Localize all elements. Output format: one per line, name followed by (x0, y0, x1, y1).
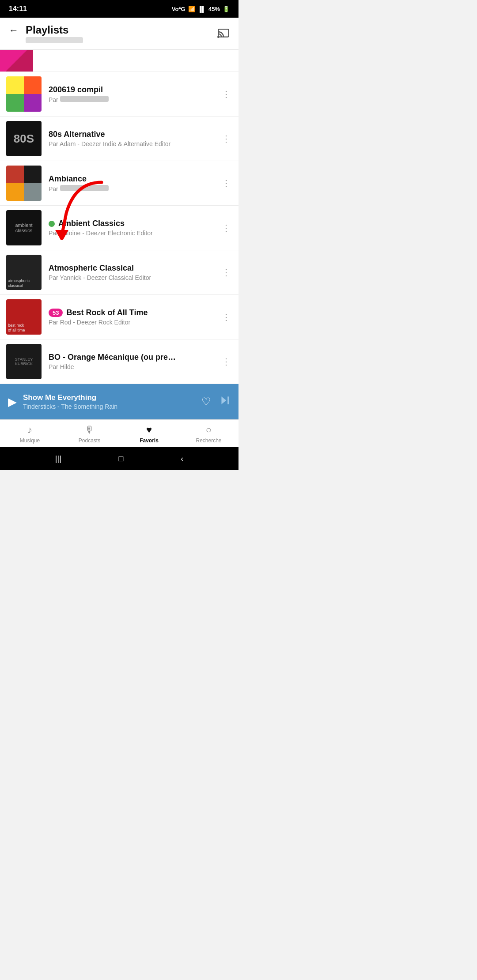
more-options-button[interactable]: ⋮ (220, 85, 232, 103)
app-bar: ← Playlists (0, 18, 238, 50)
back-nav-button[interactable]: ‹ (181, 454, 183, 464)
author-blurred (60, 96, 109, 102)
svg-point-1 (218, 37, 219, 38)
notification-badge: 53 (49, 309, 63, 317)
playlist-info: Atmospheric Classical Par Yannick - Deez… (49, 264, 220, 281)
status-bar: 14:11 Vo⁴G 📶 ▐▌ 45% 🔋 (0, 0, 238, 18)
playlist-author: Par Rod - Deezer Rock Editor (49, 319, 220, 326)
playlist-author: Par (49, 185, 220, 192)
playlist-info: Ambiance Par (49, 174, 220, 192)
list-item[interactable]: best rockof all time 53 Best Rock of All… (0, 295, 238, 339)
nav-label-musique: Musique (20, 437, 40, 444)
playlist-thumbnail (6, 76, 42, 112)
playlist-thumbnail (6, 166, 42, 201)
playing-indicator (49, 221, 55, 227)
signal-icon: ▐▌ (198, 6, 206, 12)
nav-item-musique[interactable]: ♪ Musique (0, 424, 60, 444)
playlist-info: 80s Alternative Par Adam - Deezer Indie … (49, 130, 220, 147)
playlist-info: Ambient Classics Par Antoine - Deezer El… (49, 219, 220, 237)
playlist-author: Par Adam - Deezer Indie & Alternative Ed… (49, 140, 220, 147)
playlist-name: 200619 compil (49, 85, 220, 94)
nav-label-podcasts: Podcasts (79, 437, 100, 444)
list-item[interactable]: atmosphericclassical Atmospheric Classic… (0, 250, 238, 295)
partial-list-item (0, 50, 238, 72)
volte-icon: Vo⁴G (172, 6, 186, 12)
music-icon: ♪ (27, 424, 32, 436)
recents-button[interactable]: ||| (55, 454, 61, 464)
more-options-button[interactable]: ⋮ (220, 353, 232, 370)
list-item[interactable]: 200619 compil Par ⋮ (0, 72, 238, 117)
more-options-button[interactable]: ⋮ (220, 264, 232, 281)
mini-player-subtitle: Tindersticks - The Something Rain (23, 403, 201, 410)
nav-label-favoris: Favoris (140, 437, 159, 444)
play-button[interactable]: ▶ (8, 395, 17, 409)
playlist-name: BO - Orange Mécanique (ou pre… (49, 353, 220, 362)
nav-label-recherche: Recherche (196, 437, 221, 444)
back-button[interactable]: ← (9, 25, 19, 36)
playlist-thumbnail: STANLEY KUBRICK (6, 344, 42, 379)
home-button[interactable]: □ (119, 454, 124, 464)
bottom-navigation: ♪ Musique 🎙 Podcasts ♥ Favoris ○ Recherc… (0, 419, 238, 447)
title-block: Playlists (26, 24, 217, 45)
playlist-info: 200619 compil Par (49, 85, 220, 103)
status-time: 14:11 (9, 5, 27, 13)
cast-button[interactable] (217, 26, 230, 41)
page-title: Playlists (26, 24, 217, 36)
list-item[interactable]: 80s 80s Alternative Par Adam - Deezer In… (0, 117, 238, 161)
playlist-thumbnail: best rockof all time (6, 299, 42, 335)
mini-player-info: Show Me Everything Tindersticks - The So… (23, 393, 201, 410)
favoris-icon: ♥ (146, 424, 152, 436)
playlist-name: 80s Alternative (49, 130, 220, 139)
playlist-name: Ambiance (49, 174, 220, 184)
list-item[interactable]: ambient classics Ambient Classics Par An… (0, 206, 238, 250)
list-item[interactable]: STANLEY KUBRICK BO - Orange Mécanique (o… (0, 339, 238, 384)
subtitle-blurred (26, 37, 83, 43)
playlist-thumbnail: ambient classics (6, 210, 42, 245)
playlist-name: 53 Best Rock of All Time (49, 308, 220, 317)
author-blurred (60, 185, 109, 191)
mini-player[interactable]: ▶ Show Me Everything Tindersticks - The … (0, 384, 238, 419)
battery-label: 45% (208, 6, 220, 12)
more-options-button[interactable]: ⋮ (220, 308, 232, 326)
nav-item-podcasts[interactable]: 🎙 Podcasts (60, 424, 119, 444)
playlist-info: 53 Best Rock of All Time Par Rod - Deeze… (49, 308, 220, 326)
playlist-author: Par Hilde (49, 363, 220, 370)
playlist-name: Ambient Classics (49, 219, 220, 228)
wifi-icon: 📶 (188, 6, 195, 12)
battery-icon: 🔋 (223, 6, 230, 12)
playlist-thumbnail: 80s (6, 121, 42, 156)
nav-item-favoris[interactable]: ♥ Favoris (119, 424, 179, 444)
podcasts-icon: 🎙 (85, 424, 95, 436)
svg-marker-3 (221, 396, 226, 404)
status-icons: Vo⁴G 📶 ▐▌ 45% 🔋 (172, 6, 230, 12)
skip-button[interactable] (219, 395, 231, 409)
more-options-button[interactable]: ⋮ (220, 174, 232, 192)
search-icon: ○ (206, 424, 212, 436)
more-options-button[interactable]: ⋮ (220, 130, 232, 147)
playlist-info: BO - Orange Mécanique (ou pre… Par Hilde (49, 353, 220, 370)
playlist-thumbnail: atmosphericclassical (6, 255, 42, 290)
like-button[interactable]: ♡ (201, 396, 211, 408)
playlist-author: Par Antoine - Deezer Electronic Editor (49, 230, 220, 237)
system-nav-bar: ||| □ ‹ (0, 447, 238, 470)
playlist-author: Par Yannick - Deezer Classical Editor (49, 274, 220, 281)
playlist-list: 200619 compil Par ⋮ 80s 80s Alternative … (0, 50, 238, 384)
more-options-button[interactable]: ⋮ (220, 219, 232, 237)
playlist-author: Par (49, 96, 220, 103)
nav-item-recherche[interactable]: ○ Recherche (179, 424, 238, 444)
mini-player-title: Show Me Everything (23, 393, 201, 402)
list-item[interactable]: Ambiance Par ⋮ (0, 161, 238, 206)
playlist-name: Atmospheric Classical (49, 264, 220, 273)
